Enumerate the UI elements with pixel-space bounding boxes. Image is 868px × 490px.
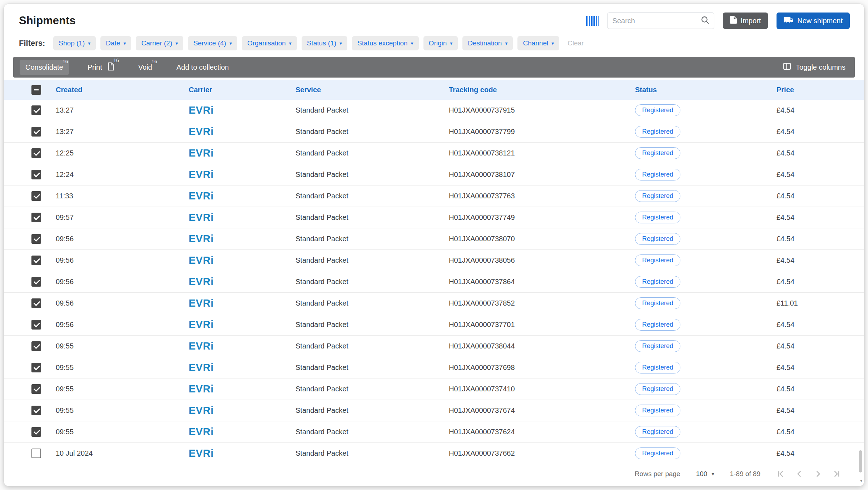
filter-chip[interactable]: Shop (1) ▾ — [53, 36, 96, 50]
status-badge: Registered — [635, 147, 680, 159]
table-row[interactable]: 09:55 EVRi Standard Packet H01JXA0000737… — [4, 400, 864, 421]
filter-chip[interactable]: Origin ▾ — [423, 36, 458, 50]
table-row[interactable]: 13:27 EVRi Standard Packet H01JXA0000737… — [4, 121, 864, 143]
bulk-action-button[interactable]: Add to collection — [171, 60, 235, 75]
row-checkbox[interactable] — [31, 191, 41, 201]
bulk-action-button[interactable]: Consolidate 16 — [20, 60, 69, 75]
rows-per-page-value: 100 — [696, 470, 708, 478]
filter-chip[interactable]: Status exception ▾ — [352, 36, 419, 50]
filters-bar: Filters: Shop (1) ▾ Date ▾ Carrier (2) ▾… — [4, 35, 864, 57]
search-icon[interactable] — [701, 16, 710, 26]
row-checkbox[interactable] — [31, 277, 41, 287]
table-row[interactable]: 09:55 EVRi Standard Packet H01JXA0000737… — [4, 421, 864, 443]
first-page-button[interactable] — [776, 469, 785, 479]
tracking-code-cell: H01JXA0000737410 — [449, 385, 635, 393]
service-cell: Standard Packet — [296, 342, 449, 350]
row-checkbox[interactable] — [31, 256, 41, 265]
table-row[interactable]: 12:25 EVRi Standard Packet H01JXA0000738… — [4, 143, 864, 164]
table-body: 13:27 EVRi Standard Packet H01JXA0000737… — [4, 100, 864, 464]
row-checkbox[interactable] — [31, 449, 41, 458]
service-cell: Standard Packet — [296, 128, 449, 136]
row-checkbox[interactable] — [31, 384, 41, 394]
status-badge: Registered — [635, 233, 680, 245]
column-header-created[interactable]: Created — [56, 86, 189, 94]
created-cell: 09:56 — [56, 321, 189, 329]
carrier-logo: EVRi — [189, 340, 296, 352]
table-row[interactable]: 09:57 EVRi Standard Packet H01JXA0000737… — [4, 207, 864, 228]
column-header-tracking-code[interactable]: Tracking code — [449, 86, 635, 94]
table-row[interactable]: 09:55 EVRi Standard Packet H01JXA0000737… — [4, 378, 864, 400]
carrier-logo: EVRi — [189, 276, 296, 288]
barcode-icon[interactable] — [586, 16, 599, 26]
filter-chip-label: Organisation — [247, 39, 286, 47]
column-header-price[interactable]: Price — [777, 86, 852, 94]
rows-per-page-select[interactable]: 100 ▾ — [696, 470, 714, 478]
table-row[interactable]: 13:27 EVRi Standard Packet H01JXA0000737… — [4, 100, 864, 121]
row-checkbox[interactable] — [31, 427, 41, 437]
filter-chip[interactable]: Carrier (2) ▾ — [136, 36, 183, 50]
row-checkbox[interactable] — [31, 406, 41, 415]
select-all-checkbox[interactable] — [31, 85, 41, 95]
status-badge: Registered — [635, 405, 680, 416]
row-checkbox[interactable] — [31, 234, 41, 244]
toggle-columns-button[interactable]: Toggle columns — [776, 59, 852, 75]
carrier-logo: EVRi — [189, 383, 296, 395]
row-checkbox[interactable] — [31, 363, 41, 372]
pagination-range: 1-89 of 89 — [730, 470, 760, 478]
price-cell: £4.54 — [777, 321, 852, 329]
document-icon — [106, 62, 114, 73]
price-cell: £4.54 — [777, 235, 852, 243]
status-badge: Registered — [635, 126, 680, 138]
column-header-carrier[interactable]: Carrier — [189, 86, 296, 94]
bulk-action-button[interactable]: Void 16 — [133, 60, 158, 75]
table-row[interactable]: 11:33 EVRi Standard Packet H01JXA0000737… — [4, 185, 864, 207]
row-checkbox[interactable] — [31, 148, 41, 158]
table-row[interactable]: 09:56 EVRi Standard Packet H01JXA0000737… — [4, 293, 864, 314]
bulk-action-button[interactable]: Print 16 — [82, 59, 120, 76]
column-header-status[interactable]: Status — [635, 86, 777, 94]
scrollbar-thumb[interactable] — [859, 450, 862, 472]
last-page-button[interactable] — [832, 469, 841, 479]
import-button[interactable]: Import — [723, 13, 768, 29]
bulk-action-label: Consolidate — [25, 63, 63, 71]
new-shipment-label: New shipment — [797, 17, 843, 25]
scrollbar-down-arrow[interactable]: ▾ — [859, 479, 863, 482]
previous-page-button[interactable] — [795, 469, 804, 479]
row-checkbox[interactable] — [31, 105, 41, 115]
created-cell: 13:27 — [56, 128, 189, 136]
status-badge: Registered — [635, 104, 680, 116]
clear-filters-button[interactable]: Clear — [567, 39, 584, 47]
status-badge: Registered — [635, 426, 680, 438]
row-checkbox[interactable] — [31, 341, 41, 351]
row-checkbox[interactable] — [31, 213, 41, 222]
filter-chip[interactable]: Organisation ▾ — [242, 36, 297, 50]
tracking-code-cell: H01JXA0000738056 — [449, 256, 635, 264]
table-row[interactable]: 10 Jul 2024 EVRi Standard Packet H01JXA0… — [4, 443, 864, 464]
next-page-button[interactable] — [813, 469, 823, 479]
vertical-scrollbar[interactable]: ▾ — [859, 5, 863, 485]
filter-chip[interactable]: Date ▾ — [100, 36, 131, 50]
status-badge: Registered — [635, 447, 680, 459]
filter-chip[interactable]: Service (4) ▾ — [188, 36, 237, 50]
row-checkbox[interactable] — [31, 170, 41, 179]
table-row[interactable]: 09:56 EVRi Standard Packet H01JXA0000738… — [4, 250, 864, 271]
table-row[interactable]: 09:56 EVRi Standard Packet H01JXA0000737… — [4, 314, 864, 336]
bulk-action-bar: Consolidate 16 Print 16 Void 16 — [13, 57, 855, 78]
column-header-service[interactable]: Service — [296, 86, 449, 94]
row-checkbox[interactable] — [31, 298, 41, 308]
price-cell: £4.54 — [777, 149, 852, 157]
search-input[interactable] — [612, 17, 701, 25]
table-row[interactable]: 09:55 EVRi Standard Packet H01JXA0000738… — [4, 336, 864, 357]
table-row[interactable]: 09:55 EVRi Standard Packet H01JXA0000737… — [4, 357, 864, 378]
new-shipment-button[interactable]: New shipment — [777, 13, 850, 29]
truck-icon — [784, 16, 793, 26]
row-checkbox[interactable] — [31, 127, 41, 137]
filter-chip[interactable]: Status (1) ▾ — [302, 36, 347, 50]
filter-chip[interactable]: Channel ▾ — [517, 36, 559, 50]
table-row[interactable]: 09:56 EVRi Standard Packet H01JXA0000738… — [4, 228, 864, 250]
table-row[interactable]: 12:24 EVRi Standard Packet H01JXA0000738… — [4, 164, 864, 185]
filter-chip[interactable]: Destination ▾ — [462, 36, 513, 50]
row-checkbox[interactable] — [31, 320, 41, 330]
created-cell: 11:33 — [56, 192, 189, 200]
table-row[interactable]: 09:56 EVRi Standard Packet H01JXA0000737… — [4, 271, 864, 293]
